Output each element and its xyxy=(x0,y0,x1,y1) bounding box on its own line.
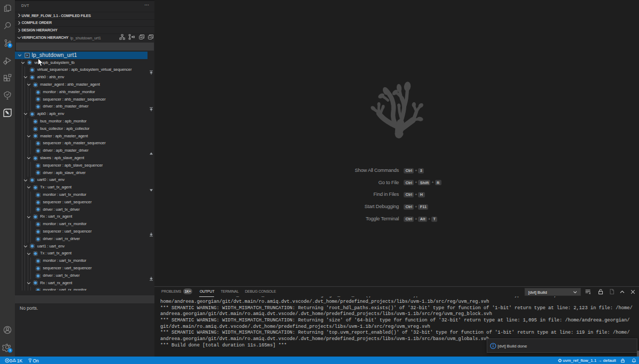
svg-text:8: 8 xyxy=(9,44,11,47)
svg-text:1: 1 xyxy=(9,349,11,352)
